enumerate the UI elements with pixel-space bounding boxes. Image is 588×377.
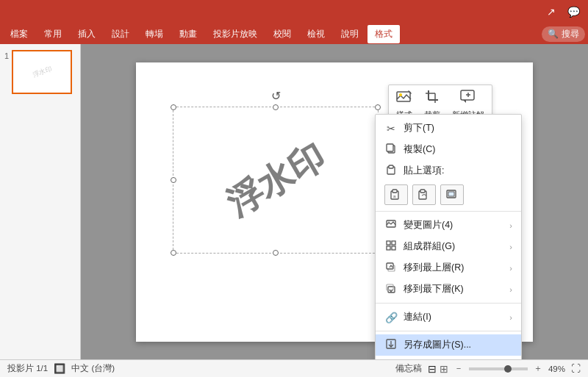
zoom-slider[interactable] bbox=[469, 367, 528, 370]
context-save-image[interactable]: 另存成圖片(S)... bbox=[376, 334, 521, 356]
normal-view-icon[interactable]: ⊟ bbox=[428, 363, 437, 375]
context-copy[interactable]: 複製(C) bbox=[376, 139, 521, 160]
paste-options-row: a bbox=[376, 182, 521, 208]
context-link[interactable]: 🔗 連結(I) › bbox=[376, 306, 521, 328]
crop-icon bbox=[425, 90, 440, 108]
svg-rect-25 bbox=[387, 246, 390, 250]
slide-thumb-container: 1 浮水印 bbox=[4, 50, 76, 94]
cut-icon: ✂ bbox=[384, 123, 398, 134]
send-back-label: 移到最下層(K) bbox=[404, 283, 503, 295]
bring-front-icon bbox=[384, 262, 398, 274]
menu-item-design[interactable]: 設計 bbox=[104, 25, 137, 43]
menu-item-home[interactable]: 常用 bbox=[37, 25, 69, 43]
canvas-area: ↺ 浮水印 bbox=[81, 44, 588, 359]
menu-item-transitions[interactable]: 轉場 bbox=[138, 25, 171, 43]
svg-rect-18 bbox=[420, 190, 425, 193]
style-icon bbox=[396, 90, 412, 108]
handle-tl[interactable] bbox=[171, 104, 176, 110]
menu-item-review[interactable]: 校閱 bbox=[266, 25, 298, 43]
context-paste-header: 貼上選項: bbox=[376, 160, 521, 182]
menu-item-view[interactable]: 檢視 bbox=[300, 25, 332, 43]
copy-icon bbox=[384, 143, 398, 156]
handle-bc[interactable] bbox=[273, 250, 279, 256]
plus-zoom-icon[interactable]: ＋ bbox=[534, 363, 542, 374]
menu-bar: 檔案 常用 插入 設計 轉場 動畫 投影片放映 校閱 檢視 說明 格式 🔍 搜尋 bbox=[0, 24, 588, 44]
slide-panel: 1 浮水印 bbox=[0, 44, 81, 359]
svg-rect-11 bbox=[387, 144, 393, 151]
save-image-icon bbox=[384, 339, 398, 351]
svg-rect-23 bbox=[387, 241, 390, 245]
send-back-icon bbox=[384, 283, 398, 295]
menu-item-animations[interactable]: 動畫 bbox=[172, 25, 204, 43]
paste-header-label: 貼上選項: bbox=[404, 165, 512, 177]
minus-zoom-icon[interactable]: － bbox=[454, 363, 463, 374]
context-change-image[interactable]: 變更圖片(4) › bbox=[376, 215, 521, 236]
bring-front-label: 移到最上層(R) bbox=[404, 262, 503, 274]
paste-opt-1[interactable]: a bbox=[384, 184, 408, 205]
svg-rect-24 bbox=[392, 241, 395, 245]
separator-3 bbox=[376, 331, 521, 331]
watermark-text: 浮水印 bbox=[218, 133, 334, 226]
svg-rect-28 bbox=[387, 263, 393, 269]
handle-bl[interactable] bbox=[171, 250, 176, 256]
group-label: 組成群組(G) bbox=[404, 240, 503, 253]
cut-label: 剪下(T) bbox=[404, 122, 512, 134]
save-image-label: 另存成圖片(S)... bbox=[404, 339, 512, 351]
svg-point-22 bbox=[388, 222, 390, 224]
slide-number: 1 bbox=[4, 50, 9, 60]
separator-2 bbox=[376, 303, 521, 304]
slide-thumbnail[interactable]: 浮水印 bbox=[12, 50, 72, 94]
title-bar: ↗ 💬 bbox=[0, 0, 588, 24]
link-icon: 🔗 bbox=[384, 312, 398, 323]
link-arrow: › bbox=[509, 313, 512, 322]
paste-icon bbox=[384, 165, 398, 177]
slide-sorter-icon[interactable]: ⊞ bbox=[440, 363, 448, 375]
context-group[interactable]: 組成群組(G) › bbox=[376, 236, 521, 257]
send-back-arrow: › bbox=[509, 285, 512, 294]
search-label: 搜尋 bbox=[562, 28, 579, 40]
add-comment-icon bbox=[460, 90, 476, 108]
menu-item-file[interactable]: 檔案 bbox=[3, 25, 35, 43]
handle-ml[interactable] bbox=[171, 177, 176, 183]
svg-text:a: a bbox=[393, 194, 396, 198]
zoom-level[interactable]: 49% bbox=[548, 365, 565, 373]
status-bar-right: 備忘稿 ⊟ ⊞ － ＋ 49% ⛶ bbox=[395, 363, 581, 375]
search-icon: 🔍 bbox=[548, 29, 559, 39]
menu-item-format[interactable]: 格式 bbox=[368, 25, 400, 43]
change-image-arrow: › bbox=[509, 221, 512, 230]
context-cut[interactable]: ✂ 剪下(T) bbox=[376, 118, 521, 139]
share-icon[interactable]: ↗ bbox=[542, 3, 560, 21]
rotate-handle[interactable]: ↺ bbox=[268, 89, 283, 104]
slide-info: 投影片 1/1 bbox=[7, 363, 48, 374]
copy-label: 複製(C) bbox=[404, 143, 512, 156]
link-label: 連結(I) bbox=[404, 311, 503, 323]
change-image-icon bbox=[384, 219, 398, 231]
menu-search[interactable]: 🔍 搜尋 bbox=[542, 26, 585, 42]
zoom-thumb bbox=[504, 365, 512, 373]
menu-item-insert[interactable]: 插入 bbox=[71, 25, 103, 43]
menu-item-help[interactable]: 說明 bbox=[334, 25, 366, 43]
change-image-label: 變更圖片(4) bbox=[404, 219, 503, 231]
svg-rect-15 bbox=[392, 190, 397, 193]
handle-tc[interactable] bbox=[273, 104, 279, 110]
paste-opt-2[interactable] bbox=[412, 184, 436, 205]
context-menu: ✂ 剪下(T) 複製(C) bbox=[375, 114, 522, 359]
svg-point-1 bbox=[399, 93, 402, 96]
fit-slide-icon[interactable]: ⛶ bbox=[571, 363, 581, 374]
group-arrow: › bbox=[509, 243, 512, 251]
language: 中文 (台灣) bbox=[71, 363, 115, 374]
notes-label[interactable]: 備忘稿 bbox=[395, 363, 422, 374]
svg-rect-13 bbox=[389, 165, 393, 168]
status-bar: 投影片 1/1 🔲 中文 (台灣) 備忘稿 ⊟ ⊞ － ＋ 49% ⛶ bbox=[0, 359, 588, 377]
context-alt-text[interactable]: 編輯替代文字(A)... bbox=[376, 356, 521, 359]
svg-rect-26 bbox=[392, 246, 395, 250]
paste-opt-3[interactable] bbox=[440, 184, 464, 205]
svg-rect-20 bbox=[448, 192, 454, 196]
context-send-back[interactable]: 移到最下層(K) › bbox=[376, 279, 521, 300]
menu-item-slideshow[interactable]: 投影片放映 bbox=[206, 25, 265, 43]
handle-tr[interactable] bbox=[375, 104, 381, 110]
title-bar-icons: ↗ 💬 bbox=[542, 3, 582, 21]
comment-icon[interactable]: 💬 bbox=[564, 3, 582, 21]
watermark-container[interactable]: ↺ 浮水印 bbox=[173, 107, 379, 254]
context-bring-front[interactable]: 移到最上層(R) › bbox=[376, 257, 521, 279]
